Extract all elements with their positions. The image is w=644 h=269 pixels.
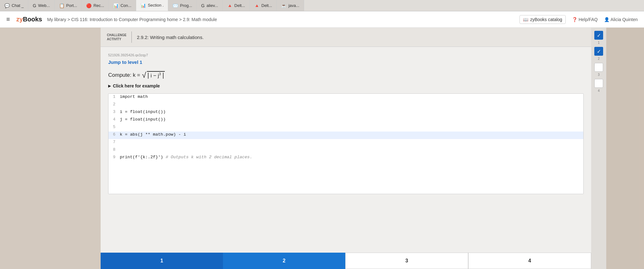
level-check-4: [594, 79, 603, 88]
header-right: 📖 zyBooks catalog ❓ Help/FAQ 👤 Alicia Qu…: [519, 15, 638, 24]
catalog-label: zyBooks catalog: [530, 17, 562, 22]
port-icon: 📋: [59, 3, 64, 8]
tab-section-label: Section .: [148, 3, 164, 8]
tab-java[interactable]: ☕ java...: [277, 0, 304, 11]
challenge-banner: CHALLENGE ACTIVITY 2.9.2: Writing math c…: [101, 28, 591, 47]
line-num-6: 6: [108, 132, 117, 137]
level-nav-4-label: 4: [528, 258, 531, 264]
breadcrumb: My library > CIS 116: Introduction to Co…: [47, 17, 217, 22]
java-icon: ☕: [281, 3, 286, 8]
tab-con[interactable]: 📊 Con...: [109, 0, 136, 11]
tab-chat[interactable]: 💬 Chat _: [0, 0, 28, 11]
line-code-5: [117, 124, 122, 125]
example-toggle[interactable]: Click here for example: [108, 83, 584, 88]
tab-web-label: Web...: [38, 3, 50, 8]
delt1-icon: 🔺: [227, 3, 232, 8]
code-line-4: 4 j = float(input()): [108, 116, 583, 124]
tab-java-label: java...: [288, 3, 299, 8]
example-label: Click here for example: [113, 83, 160, 88]
user-name: Alicia Quinten: [611, 17, 638, 22]
challenge-label: CHALLENGE ACTIVITY: [107, 33, 126, 41]
level-indicator-2: ✓ 2: [594, 47, 603, 60]
line-num-2: 2: [108, 101, 117, 107]
code-line-5: 5: [108, 124, 583, 132]
line-num-9: 9: [108, 154, 117, 160]
main-layout: CHALLENGE ACTIVITY 2.9.2: Writing math c…: [0, 28, 644, 269]
level-num-1: 1: [598, 41, 600, 44]
level-nav-1-label: 1: [160, 258, 163, 264]
tab-delt1[interactable]: 🔺 Delt...: [223, 0, 250, 11]
code-line-6[interactable]: 6 k = abs(j ** math.pow) - i: [108, 132, 583, 139]
code-line-2: 2: [108, 101, 583, 109]
level-num-4: 4: [598, 89, 600, 92]
level-nav-4[interactable]: 4: [468, 253, 591, 269]
tab-section[interactable]: 📊 Section .: [136, 0, 169, 11]
abs-open: |: [147, 72, 149, 79]
app-header: ≡ zyBooks My library > CIS 116: Introduc…: [0, 11, 644, 28]
code-editor[interactable]: 1 import math 2 3 i = float(input()) 4 j…: [108, 93, 584, 194]
tab-prog[interactable]: ✉️ Prog...: [168, 0, 197, 11]
content-area: CHALLENGE ACTIVITY 2.9.2: Writing math c…: [101, 28, 591, 269]
sqrt-sign: √: [142, 71, 146, 79]
activity-id: 521926.3925426.qx3zqy7: [108, 53, 584, 57]
sqrt-content: | i − j3 |: [147, 71, 165, 79]
web-icon: G: [33, 3, 36, 8]
bottom-navigation: 1 2 3 4: [101, 253, 591, 269]
code-editor-empty-space[interactable]: [108, 162, 583, 181]
aliev-icon: G: [201, 3, 205, 8]
far-right-panel: [606, 28, 644, 269]
tab-web[interactable]: G Web...: [28, 0, 54, 11]
level-num-2: 2: [598, 57, 600, 60]
challenge-title: 2.9.2: Writing math calculations.: [137, 35, 203, 40]
level-nav-2[interactable]: 2: [223, 253, 345, 269]
level-indicator-1: ✓ 1: [594, 31, 603, 44]
tab-delt2[interactable]: 🔺 Delt...: [250, 0, 277, 11]
user-icon: 👤: [604, 17, 609, 22]
tab-port[interactable]: 📋 Port...: [55, 0, 82, 11]
line-code-9: print(f'{k:.2f}') # Outputs k with 2 dec…: [117, 154, 255, 160]
level-nav-2-label: 2: [283, 258, 286, 264]
zybooks-logo: zyBooks: [16, 16, 42, 23]
tab-rec[interactable]: 🔴 Rec...: [82, 0, 109, 11]
line-num-1: 1: [108, 94, 117, 100]
challenge-label-line2: ACTIVITY: [107, 37, 121, 41]
level-check-3: [594, 63, 603, 72]
browser-tab-bar: 💬 Chat _ G Web... 📋 Port... 🔴 Rec... 📊 C…: [0, 0, 644, 11]
tab-rec-label: Rec...: [93, 3, 104, 8]
abs-close: |: [162, 72, 164, 79]
line-code-1: import math: [117, 94, 150, 100]
line-num-3: 3: [108, 109, 117, 115]
catalog-button[interactable]: 📖 zyBooks catalog: [519, 15, 566, 24]
level-check-2: ✓: [594, 47, 603, 56]
user-menu[interactable]: 👤 Alicia Quinten: [604, 17, 638, 22]
code-line-8: 8: [108, 147, 583, 154]
sqrt-wrapper: √ | i − j3 |: [142, 71, 165, 79]
line-code-3: i = float(input()): [117, 109, 168, 115]
tab-delt1-label: Delt...: [234, 3, 245, 8]
level-check-1: ✓: [594, 31, 603, 40]
hamburger-menu[interactable]: ≡: [6, 16, 10, 23]
help-faq-link[interactable]: ❓ Help/FAQ: [572, 17, 598, 22]
challenge-divider: [131, 31, 132, 43]
main-content: 521926.3925426.qx3zqy7 Jump to level 1 C…: [101, 47, 591, 253]
line-code-2: [117, 101, 122, 103]
line-code-8: [117, 147, 122, 148]
level-nav-1[interactable]: 1: [101, 253, 223, 269]
challenge-label-line1: CHALLENGE: [107, 33, 126, 37]
line-num-8: 8: [108, 147, 117, 153]
tab-delt2-label: Delt...: [261, 3, 272, 8]
jump-to-level-link[interactable]: Jump to level 1: [108, 59, 142, 65]
code-line-7: 7: [108, 139, 583, 147]
tab-aliev[interactable]: G aliev...: [197, 0, 223, 11]
level-indicator-4: 4: [594, 79, 603, 92]
problem-statement: Compute: k = √ | i − j3 |: [108, 71, 584, 79]
code-line-1: 1 import math: [108, 94, 583, 101]
exponent-3: 3: [159, 72, 161, 76]
tab-con-label: Con...: [120, 3, 131, 8]
help-icon: ❓: [572, 17, 577, 22]
section-icon: 📊: [141, 3, 146, 8]
line-code-4: j = float(input()): [117, 116, 168, 122]
tab-port-label: Port...: [66, 3, 77, 8]
left-sidebar: [0, 28, 101, 269]
level-nav-3[interactable]: 3: [345, 253, 468, 269]
